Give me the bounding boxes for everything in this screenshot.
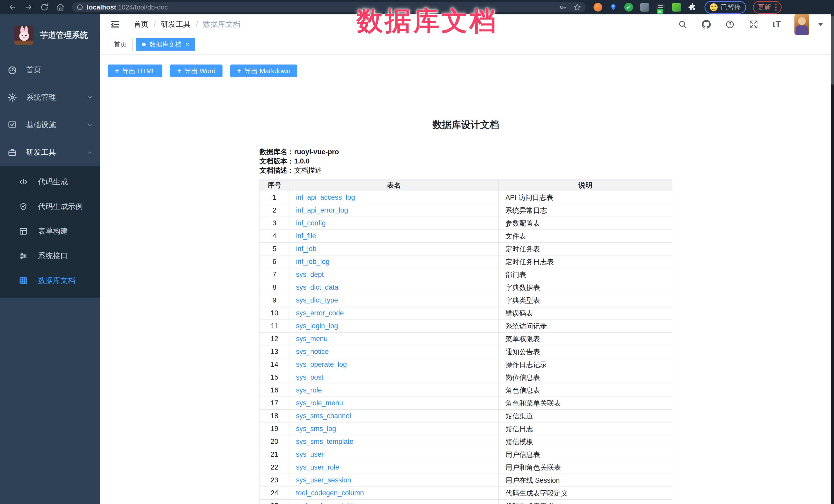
table-name-link[interactable]: sys_dept xyxy=(296,271,324,278)
table-name-link[interactable]: sys_sms_channel xyxy=(296,412,351,420)
row-index: 2 xyxy=(260,204,289,217)
reload-icon[interactable] xyxy=(40,3,49,12)
paused-label: 已暂停 xyxy=(721,3,741,12)
table-name-link[interactable]: sys_role xyxy=(296,386,322,394)
help-icon[interactable] xyxy=(725,20,734,29)
profile-paused-badge[interactable]: 已暂停 xyxy=(704,1,746,14)
shield-check-icon xyxy=(19,202,28,211)
browser-update-button[interactable]: 更新 xyxy=(753,1,782,14)
table-name-link[interactable]: inf_api_access_log xyxy=(296,194,355,201)
github-icon[interactable] xyxy=(702,20,711,29)
collapse-sidebar-icon[interactable] xyxy=(110,19,120,29)
table-name-link[interactable]: inf_config xyxy=(296,219,326,227)
page-watermark: 数据库文档 xyxy=(357,4,498,39)
chevron-down-icon xyxy=(87,94,93,101)
brand-title: 芋道管理系统 xyxy=(40,30,88,41)
home-icon[interactable] xyxy=(56,3,65,12)
row-index: 17 xyxy=(260,397,289,410)
extension-leaf-icon[interactable] xyxy=(672,3,681,12)
table-name-link[interactable]: tool_codegen_table xyxy=(296,502,357,504)
chevron-up-icon xyxy=(87,149,93,155)
sidebar-item-home[interactable]: 首页 xyxy=(0,56,100,84)
gear-icon xyxy=(8,93,17,102)
extension-pin-icon[interactable] xyxy=(610,3,617,12)
sidebar-item-db-doc[interactable]: 数据库文档 xyxy=(0,268,100,293)
extension-check-icon[interactable]: ✓ xyxy=(624,3,633,12)
brand[interactable]: 芋道管理系统 xyxy=(0,15,100,56)
browser-menu-icon[interactable] xyxy=(775,4,777,11)
table-row: 23sys_user_session用户在线 Session xyxy=(260,474,673,487)
table-name-link[interactable]: inf_api_error_log xyxy=(296,206,348,214)
forward-icon[interactable] xyxy=(24,3,33,12)
export-html-button[interactable]: + 导出 HTML xyxy=(108,65,162,78)
table-name-link[interactable]: tool_codegen_column xyxy=(296,489,364,497)
back-icon[interactable] xyxy=(8,3,17,12)
table-name-link[interactable]: inf_job_log xyxy=(296,258,330,265)
font-size-icon[interactable]: tT xyxy=(773,20,781,29)
table-description: 短信渠道 xyxy=(499,410,673,422)
chevron-down-icon xyxy=(87,122,93,128)
emoji-face-icon xyxy=(710,3,718,11)
user-avatar[interactable] xyxy=(794,14,809,35)
table-name-link[interactable]: sys_sms_template xyxy=(296,438,354,445)
table-description: 部门表 xyxy=(499,268,673,281)
row-index: 15 xyxy=(260,371,289,384)
site-info-icon[interactable] xyxy=(76,4,83,10)
password-key-icon[interactable] xyxy=(559,3,567,11)
bookmark-star-icon[interactable] xyxy=(573,3,581,11)
table-name-link[interactable]: sys_role_menu xyxy=(296,399,343,407)
table-description: 用户信息表 xyxy=(499,448,673,461)
table-name-link[interactable]: sys_menu xyxy=(296,335,328,343)
sliders-icon xyxy=(19,251,28,260)
table-name-link[interactable]: sys_dict_type xyxy=(296,296,338,304)
table-name-link[interactable]: sys_user_session xyxy=(296,476,351,484)
table-description: 通知公告表 xyxy=(499,346,673,358)
table-name-link[interactable]: sys_user_role xyxy=(296,463,339,471)
table-name-link[interactable]: sys_post xyxy=(296,373,324,381)
breadcrumb-home[interactable]: 首页 xyxy=(134,19,149,29)
export-word-button[interactable]: + 导出 Word xyxy=(170,65,222,78)
row-index: 16 xyxy=(260,384,289,397)
tab-db-doc[interactable]: 数据库文档 × xyxy=(136,38,195,51)
sidebar-item-code-generation-example[interactable]: 代码生成示例 xyxy=(0,194,100,219)
table-name-link[interactable]: sys_operate_log xyxy=(296,360,347,368)
table-name-link[interactable]: sys_user xyxy=(296,451,324,458)
user-menu-caret-icon[interactable] xyxy=(818,23,823,26)
search-icon[interactable] xyxy=(678,20,687,29)
extensions-strip: ✓ on xyxy=(593,3,697,12)
table-name-link[interactable]: inf_file xyxy=(296,232,316,240)
sidebar-item-form-builder[interactable]: 表单构建 xyxy=(0,219,100,244)
page-scrollbar[interactable] xyxy=(831,15,834,504)
sidebar-item-dev-tools[interactable]: 研发工具 xyxy=(0,138,100,166)
scrollbar-thumb[interactable] xyxy=(831,16,834,85)
table-name-link[interactable]: sys_dict_data xyxy=(296,284,338,291)
extension-orange-icon[interactable] xyxy=(593,3,602,12)
table-name-link[interactable]: sys_login_log xyxy=(296,322,338,330)
row-index: 21 xyxy=(260,448,289,461)
table-name-link[interactable]: inf_job xyxy=(296,245,316,253)
sidebar-item-system[interactable]: 系统管理 xyxy=(0,84,100,111)
extension-switch-icon[interactable]: on xyxy=(656,3,665,12)
extensions-puzzle-icon[interactable] xyxy=(688,3,697,12)
export-markdown-button[interactable]: + 导出 Markdown xyxy=(230,65,298,78)
document-title: 数据库设计文档 xyxy=(260,118,672,131)
table-row: 3inf_config参数配置表 xyxy=(260,217,673,230)
fullscreen-icon[interactable] xyxy=(749,20,758,29)
table-name-link[interactable]: sys_sms_log xyxy=(296,425,336,433)
table-name-link[interactable]: sys_notice xyxy=(296,348,329,355)
sidebar: 芋道管理系统 首页 系统管理 基础设施 研发工具 代码生成 xyxy=(0,15,100,504)
table-name-link[interactable]: sys_error_code xyxy=(296,309,344,317)
sidebar-item-system-api[interactable]: 系统接口 xyxy=(0,244,100,268)
tables-overview: 序号 表名 说明 1inf_api_access_logAPI 访问日志表2in… xyxy=(260,179,673,504)
update-label: 更新 xyxy=(758,3,771,12)
extension-grid-icon[interactable] xyxy=(640,3,649,12)
tab-home[interactable]: 首页 xyxy=(108,38,133,51)
sidebar-item-code-generation[interactable]: 代码生成 xyxy=(0,170,100,194)
close-tab-icon[interactable]: × xyxy=(185,41,189,47)
db-name-value: ruoyi-vue-pro xyxy=(294,148,339,156)
row-index: 5 xyxy=(260,243,289,256)
table-row: 6inf_job_log定时任务日志表 xyxy=(260,256,673,268)
address-bar[interactable]: localhost:1024/tool/db-doc xyxy=(72,2,586,12)
sidebar-item-infrastructure[interactable]: 基础设施 xyxy=(0,111,100,138)
table-description: 角色和菜单关联表 xyxy=(499,397,673,410)
